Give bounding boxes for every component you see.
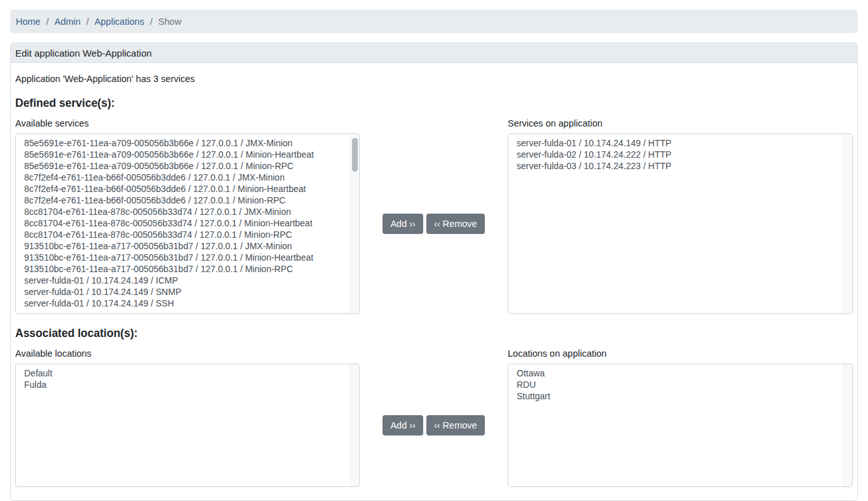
available-locations-options: DefaultFulda (16, 367, 349, 390)
service-option[interactable]: 85e5691e-e761-11ea-a709-005056b3b66e / 1… (16, 137, 349, 149)
assigned-services-options: server-fulda-01 / 10.174.24.149 / HTTPse… (508, 137, 843, 172)
application-summary: Application 'Web-Application' has 3 serv… (15, 74, 853, 84)
breadcrumb-link-applications[interactable]: Applications (95, 17, 144, 27)
service-option[interactable]: 8cc81704-e761-11ea-878c-005056b33d74 / 1… (16, 217, 349, 229)
edit-application-card: Edit application Web-Application Applica… (10, 43, 858, 501)
available-services-options: 85e5691e-e761-11ea-a709-005056b3b66e / 1… (16, 137, 349, 309)
locations-on-application-listbox[interactable]: OttawaRDUStuttgart (508, 364, 853, 487)
locations-on-application-label: Locations on application (508, 348, 853, 364)
service-option[interactable]: 85e5691e-e761-11ea-a709-005056b3b66e / 1… (16, 160, 349, 172)
add-location-button[interactable]: Add ›› (383, 415, 423, 436)
service-option[interactable]: 8c7f2ef4-e761-11ea-b66f-005056b3dde6 / 1… (16, 172, 349, 183)
scrollbar-track[interactable] (843, 134, 852, 313)
locations-section-heading: Associated location(s): (15, 327, 853, 340)
breadcrumb-separator: / (41, 17, 55, 27)
service-option[interactable]: 8cc81704-e761-11ea-878c-005056b33d74 / 1… (16, 206, 349, 217)
services-on-application-label: Services on application (508, 118, 853, 134)
service-option[interactable]: 8c7f2ef4-e761-11ea-b66f-005056b3dde6 / 1… (16, 183, 349, 195)
assigned-locations-options: OttawaRDUStuttgart (508, 367, 843, 402)
service-option[interactable]: 85e5691e-e761-11ea-a709-005056b3b66e / 1… (16, 149, 349, 160)
service-option[interactable]: server-fulda-01 / 10.174.24.149 / SSH (16, 298, 349, 309)
services-section-heading: Defined service(s): (15, 97, 853, 110)
card-body: Application 'Web-Application' has 3 serv… (11, 63, 857, 500)
service-option[interactable]: server-fulda-03 / 10.174.24.223 / HTTP (508, 160, 843, 172)
location-option[interactable]: Ottawa (508, 367, 843, 379)
service-option[interactable]: 913510bc-e761-11ea-a717-005056b31bd7 / 1… (16, 240, 349, 252)
services-transfer-buttons: Add ›› ‹‹ Remove (360, 134, 508, 314)
service-option[interactable]: 8cc81704-e761-11ea-878c-005056b33d74 / 1… (16, 229, 349, 240)
breadcrumb-current-show: Show (158, 17, 181, 27)
available-services-listbox[interactable]: 85e5691e-e761-11ea-a709-005056b3b66e / 1… (15, 134, 360, 314)
location-option[interactable]: Fulda (16, 379, 349, 390)
remove-service-button[interactable]: ‹‹ Remove (426, 214, 485, 234)
services-transfer: Available services Services on applicati… (15, 118, 853, 314)
service-option[interactable]: server-fulda-01 / 10.174.24.149 / HTTP (508, 137, 843, 149)
breadcrumb: Home / Admin / Applications / Show (10, 10, 858, 33)
location-option[interactable]: RDU (508, 379, 843, 390)
locations-transfer-buttons: Add ›› ‹‹ Remove (360, 364, 508, 487)
breadcrumb-link-home[interactable]: Home (16, 17, 41, 27)
service-option[interactable]: server-fulda-01 / 10.174.24.149 / ICMP (16, 275, 349, 286)
card-header: Edit application Web-Application (11, 43, 857, 63)
available-services-label: Available services (15, 118, 360, 134)
available-locations-listbox[interactable]: DefaultFulda (15, 364, 360, 487)
available-locations-label: Available locations (15, 348, 360, 364)
breadcrumb-separator: / (144, 17, 158, 27)
scrollbar-track[interactable] (350, 364, 359, 486)
location-option[interactable]: Stuttgart (508, 390, 843, 402)
location-option[interactable]: Default (16, 367, 349, 379)
card-title: Edit application Web-Application (15, 48, 152, 58)
remove-location-button[interactable]: ‹‹ Remove (426, 415, 485, 436)
page: Home / Admin / Applications / Show Edit … (0, 0, 868, 501)
service-option[interactable]: 913510bc-e761-11ea-a717-005056b31bd7 / 1… (16, 252, 349, 263)
service-option[interactable]: 8c7f2ef4-e761-11ea-b66f-005056b3dde6 / 1… (16, 195, 349, 206)
locations-transfer: Available locations Locations on applica… (15, 348, 853, 487)
scrollbar-track[interactable] (843, 364, 852, 486)
breadcrumb-separator: / (81, 17, 95, 27)
breadcrumb-link-admin[interactable]: Admin (55, 17, 81, 27)
service-option[interactable]: server-fulda-02 / 10.174.24.222 / HTTP (508, 149, 843, 160)
service-option[interactable]: 913510bc-e761-11ea-a717-005056b31bd7 / 1… (16, 263, 349, 275)
add-service-button[interactable]: Add ›› (383, 214, 423, 234)
services-on-application-listbox[interactable]: server-fulda-01 / 10.174.24.149 / HTTPse… (508, 134, 853, 314)
service-option[interactable]: server-fulda-01 / 10.174.24.149 / SNMP (16, 286, 349, 298)
scrollbar-track[interactable] (350, 134, 359, 313)
scrollbar-thumb[interactable] (352, 138, 358, 172)
